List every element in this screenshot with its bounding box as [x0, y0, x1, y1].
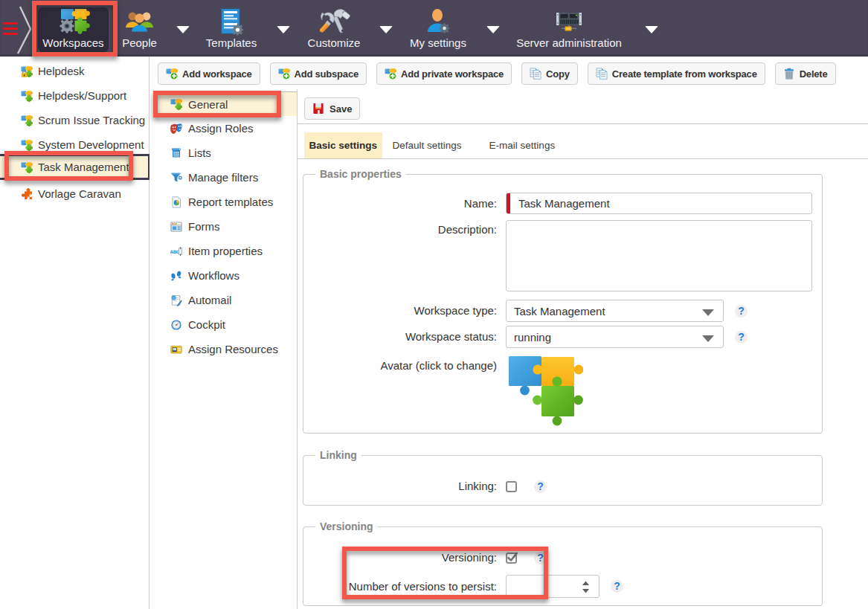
nav-item-server-administration[interactable]: Server administration — [509, 7, 629, 52]
sidebar-item-label: Helpdesk/Support — [38, 89, 126, 102]
footprints-icon — [170, 270, 182, 282]
server-icon — [509, 8, 629, 36]
nav-item-customize[interactable]: Customize — [304, 7, 364, 52]
tab-label: Basic settings — [309, 140, 378, 151]
templates-icon — [202, 8, 261, 36]
sidebar-item-scrum-issue-tracking[interactable]: Scrum Issue Tracking — [0, 108, 149, 132]
checkmark-icon — [505, 551, 519, 564]
add-subspace-icon — [278, 68, 290, 80]
menu-item-manage-filters[interactable]: Manage filters — [158, 165, 297, 190]
workspace-puzzle-icon — [21, 115, 33, 126]
templates-dropdown-caret-icon[interactable] — [277, 26, 290, 33]
nav-item-label: My settings — [408, 36, 468, 49]
workspace-toolbar: Add workspace Add subspace Add private w… — [150, 57, 868, 89]
workspace-puzzle-icon — [21, 161, 33, 173]
workspace-type-select[interactable]: Task Management — [506, 300, 724, 322]
sidebar-item-task-management[interactable]: Task Management — [0, 154, 150, 180]
workspace-puzzle-icon — [21, 90, 33, 102]
workspaces-puzzle-icon — [38, 8, 109, 36]
my-settings-dropdown-caret-icon[interactable] — [486, 26, 500, 33]
menu-item-label: Workflows — [188, 269, 239, 282]
menu-item-report-templates[interactable]: Report templates — [158, 190, 297, 214]
customize-tools-icon — [304, 8, 364, 36]
fieldset-legend: Basic properties — [315, 168, 406, 181]
sidebar-item-label: Helpdesk — [38, 65, 85, 77]
gear-part — [232, 24, 243, 35]
menu-item-label: Automail — [188, 294, 231, 306]
select-chevron-down-icon — [702, 309, 714, 316]
sidebar-item-helpdesk-support[interactable]: Helpdesk/Support — [0, 83, 149, 108]
sidebar-item-label: Scrum Issue Tracking — [38, 114, 145, 126]
menu-item-label: Assign Roles — [188, 122, 254, 135]
nav-item-workspaces[interactable]: Workspaces — [38, 7, 109, 52]
add-private-workspace-button[interactable]: Add private workspace — [376, 62, 512, 85]
gear-part — [440, 23, 450, 33]
menu-item-lists[interactable]: Lists — [158, 141, 297, 165]
add-workspace-button[interactable]: Add workspace — [158, 62, 260, 85]
button-label: Create template from workspace — [612, 68, 757, 80]
abc-properties-icon — [170, 245, 182, 257]
nav-item-templates[interactable]: Templates — [202, 7, 261, 52]
nav-item-label: People — [119, 36, 160, 49]
name-input[interactable]: Task Management — [506, 193, 812, 214]
copy-button[interactable]: Copy — [521, 62, 578, 85]
button-label: Add private workspace — [401, 68, 504, 80]
versioning-help-icon[interactable]: ? — [534, 552, 547, 564]
create-template-from-workspace-button[interactable]: Create template from workspace — [588, 62, 765, 85]
basic-settings-form: Basic properties Name: Task Management D… — [298, 158, 868, 609]
nav-item-label: Customize — [304, 36, 364, 49]
menu-item-label: Item properties — [188, 245, 263, 257]
menu-item-cockpit[interactable]: Cockpit — [158, 312, 297, 337]
tab-label: E-mail settings — [489, 140, 556, 151]
linking-row: Linking: ? — [303, 480, 822, 493]
tab-default-settings[interactable]: Default settings — [382, 132, 472, 158]
menu-item-forms[interactable]: Forms — [158, 214, 297, 239]
versioning-checkbox[interactable] — [506, 552, 517, 564]
name-row: Name: Task Management — [303, 193, 822, 214]
menu-item-assign-roles[interactable]: Assign Roles — [158, 116, 297, 141]
spinner-arrows-icon[interactable] — [581, 579, 591, 595]
nav-divider-chevron-icon — [15, 6, 34, 55]
versions-to-persist-input[interactable] — [506, 575, 599, 598]
sidebar-item-helpdesk[interactable]: Helpdesk — [0, 59, 149, 83]
menu-item-assign-resources[interactable]: Assign Resources — [158, 337, 297, 361]
menu-item-label: Cockpit — [188, 318, 225, 331]
people-dropdown-caret-icon[interactable] — [176, 26, 190, 33]
menu-item-general[interactable]: General — [158, 91, 297, 116]
server-administration-dropdown-caret-icon[interactable] — [645, 26, 658, 33]
menu-item-automail[interactable]: Automail — [158, 288, 297, 312]
versions-to-persist-row: Number of versions to persist: ? — [303, 575, 822, 598]
avatar-label: Avatar (click to change) — [303, 356, 501, 430]
add-subspace-button[interactable]: Add subspace — [270, 62, 367, 85]
selected-value: running — [507, 331, 551, 344]
customize-dropdown-caret-icon[interactable] — [379, 26, 393, 33]
description-textarea[interactable] — [506, 220, 812, 291]
sidebar-item-vorlage-caravan[interactable]: Vorlage Caravan — [0, 181, 149, 206]
description-row: Description: — [303, 220, 822, 291]
nav-item-my-settings[interactable]: My settings — [408, 7, 468, 52]
fieldset-legend: Versioning — [315, 521, 378, 533]
resources-icon — [170, 344, 182, 355]
versions-to-persist-help-icon[interactable]: ? — [611, 580, 623, 593]
menu-item-workflows[interactable]: Workflows — [158, 263, 297, 288]
workspace-settings-panel: Save Basic settings Default settings E-m… — [298, 89, 868, 609]
tab-basic-settings[interactable]: Basic settings — [304, 132, 382, 158]
save-button[interactable]: Save — [304, 97, 360, 120]
workspace-status-select[interactable]: running — [506, 326, 724, 348]
basic-properties-fieldset: Basic properties Name: Task Management D… — [303, 174, 823, 434]
workspace-avatar-puzzle-image[interactable] — [509, 356, 583, 427]
linking-checkbox[interactable] — [506, 481, 517, 492]
required-marker — [507, 193, 510, 213]
workspaces-sidebar: Helpdesk Helpdesk/Support Scrum Issue Tr… — [0, 57, 150, 609]
tab-email-settings[interactable]: E-mail settings — [479, 132, 566, 158]
nav-item-people[interactable]: People — [119, 7, 160, 52]
workspace-type-row: Workspace type: Task Management ? — [303, 300, 822, 322]
select-chevron-down-icon — [702, 335, 714, 342]
delete-button[interactable]: Delete — [775, 62, 836, 85]
workspace-status-help-icon[interactable]: ? — [735, 331, 748, 344]
name-label: Name: — [303, 193, 501, 214]
workspace-type-help-icon[interactable]: ? — [735, 305, 748, 318]
fieldset-legend: Linking — [315, 449, 361, 462]
menu-item-item-properties[interactable]: Item properties — [158, 239, 297, 263]
linking-help-icon[interactable]: ? — [534, 480, 547, 493]
